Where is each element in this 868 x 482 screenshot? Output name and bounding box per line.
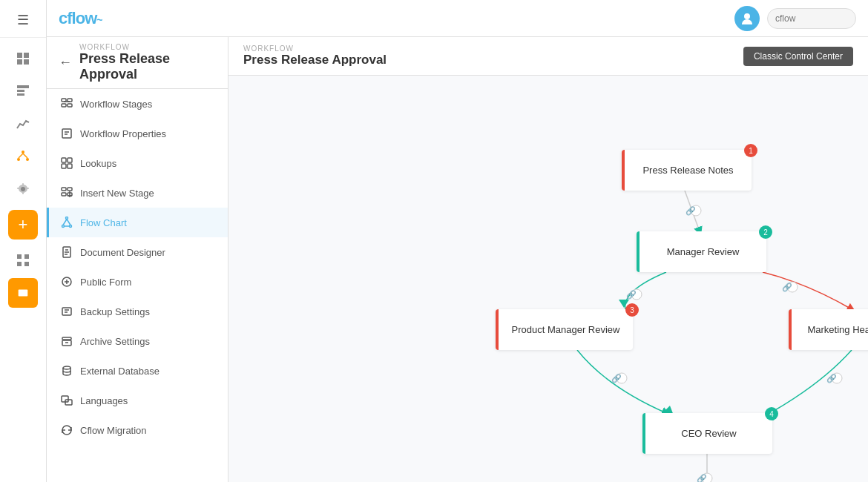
svg-rect-22 (62, 104, 66, 107)
settings-icon[interactable] (8, 174, 38, 204)
sidebar-item-label-public-form: Public Form (80, 277, 131, 288)
search-input[interactable] (767, 8, 856, 29)
svg-text:🔗: 🔗 (782, 282, 792, 292)
node-product-manager-review[interactable]: Product Manager Review 3 (496, 309, 633, 350)
cflow-logo: cflow~ (59, 9, 102, 28)
sidebar-item-public-form[interactable]: Public Form (47, 267, 228, 297)
insert-icon (61, 187, 73, 199)
header-left: cflow~ (59, 9, 102, 28)
sidebar-item-external-database[interactable]: External Database (47, 356, 228, 386)
flowchart-area[interactable]: 🔗 🔗 🔗 🔗 🔗 🔗 Press Release Notes 1 (228, 76, 868, 482)
svg-text:🔗: 🔗 (697, 473, 707, 482)
svg-rect-31 (68, 164, 72, 168)
svg-rect-25 (62, 129, 71, 138)
svg-line-41 (63, 219, 67, 225)
node-label-manager-review: Manager Review (667, 246, 740, 257)
workflow-title-wrap: WORKFLOW Press Release Approval (79, 43, 216, 82)
svg-rect-23 (68, 104, 72, 107)
sidebar-item-label-insert-new-stage: Insert New Stage (80, 188, 154, 199)
svg-line-42 (67, 219, 70, 225)
svg-point-40 (70, 225, 72, 228)
add-button[interactable]: + (8, 210, 38, 240)
node-badge-1: 1 (744, 144, 757, 157)
logo-area: ☰ (0, 6, 46, 38)
svg-point-63 (787, 282, 798, 292)
svg-rect-32 (62, 188, 66, 191)
svg-rect-3 (24, 59, 29, 65)
svg-text:🔗: 🔗 (626, 289, 637, 300)
form-icon (61, 276, 73, 288)
svg-point-67 (702, 473, 712, 482)
svg-rect-4 (17, 85, 29, 88)
svg-point-38 (66, 217, 68, 219)
sidebar-item-workflow-properties[interactable]: Workflow Properties (47, 119, 228, 148)
node-label-press-release-notes: Press Release Notes (642, 165, 733, 176)
back-button[interactable]: ← (59, 55, 72, 70)
sidebar-item-workflow-stages[interactable]: Workflow Stages (47, 89, 228, 119)
svg-point-9 (26, 158, 29, 161)
sidebar-item-insert-new-stage[interactable]: Insert New Stage (47, 178, 228, 208)
dashboard-icon[interactable] (8, 44, 38, 73)
svg-rect-54 (62, 337, 71, 340)
node-ceo-review[interactable]: CEO Review 4 (642, 413, 772, 454)
svg-point-64 (617, 373, 627, 383)
svg-point-62 (631, 289, 642, 300)
workflow-header-left: ← WORKFLOW Press Release Approval (59, 43, 216, 82)
analytics-icon[interactable] (8, 109, 38, 139)
svg-rect-28 (62, 158, 66, 162)
properties-icon (61, 128, 73, 139)
svg-rect-34 (62, 193, 66, 196)
svg-rect-2 (17, 59, 22, 65)
sidebar-item-lookups[interactable]: Lookups (47, 148, 228, 178)
badge-icon[interactable] (8, 278, 38, 308)
sidebar-item-archive-settings[interactable]: Archive Settings (47, 326, 228, 356)
workflow-header: ← WORKFLOW Press Release Approval (47, 37, 228, 89)
grid-view-icon[interactable] (8, 245, 38, 275)
svg-rect-17 (19, 290, 28, 297)
sidebar-item-flow-chart[interactable]: Flow Chart (47, 208, 228, 237)
sidebar-item-label-backup-settings: Backup Settings (80, 306, 150, 317)
svg-point-39 (62, 225, 65, 228)
sidebar-item-cflow-migration[interactable]: Cflow Migration (47, 415, 228, 445)
sidebar-item-backup-settings[interactable]: Backup Settings (47, 297, 228, 326)
svg-point-57 (63, 366, 70, 369)
svg-line-10 (19, 153, 23, 158)
node-marketing-head-review[interactable]: Marketing Head Review 3 (789, 309, 868, 350)
sidebar-item-languages[interactable]: Languages (47, 386, 228, 415)
node-manager-review[interactable]: Manager Review 2 (637, 231, 766, 272)
content-area: ← WORKFLOW Press Release Approval Workfl… (47, 37, 868, 482)
svg-line-60 (685, 191, 700, 231)
icon-bar-items: + (8, 38, 38, 482)
sidebar-item-document-designer[interactable]: Document Designer (47, 237, 228, 267)
backup-icon (61, 306, 73, 317)
svg-rect-15 (17, 262, 22, 266)
sidebar-item-label-lookups: Lookups (80, 158, 116, 169)
node-badge-2: 2 (759, 225, 772, 239)
svg-point-7 (22, 151, 24, 153)
sidebar-panel: ← WORKFLOW Press Release Approval Workfl… (47, 37, 228, 482)
node-press-release-notes[interactable]: Press Release Notes 1 (622, 150, 752, 191)
svg-text:🔗: 🔗 (826, 373, 837, 383)
workflow-icon[interactable] (8, 142, 38, 171)
document-icon (61, 246, 73, 258)
node-label-product-manager-review: Product Manager Review (512, 324, 620, 335)
languages-icon (61, 394, 73, 406)
workflow-sublabel: WORKFLOW (243, 44, 387, 53)
avatar[interactable] (734, 6, 760, 31)
classic-control-center-button[interactable]: Classic Control Center (743, 47, 853, 66)
sidebar-item-label-archive-settings: Archive Settings (80, 336, 150, 347)
svg-rect-30 (62, 164, 66, 168)
migration-icon (61, 424, 73, 436)
sidebar-item-label-external-database: External Database (80, 366, 160, 377)
node-label-ceo-review: CEO Review (681, 428, 736, 439)
header-right (734, 6, 856, 31)
svg-text:🔗: 🔗 (685, 205, 696, 216)
svg-point-65 (832, 373, 842, 383)
sidebar-item-label-workflow-properties: Workflow Properties (80, 128, 166, 139)
svg-rect-16 (24, 262, 29, 266)
forms-icon[interactable] (8, 76, 38, 106)
hamburger-icon[interactable]: ☰ (17, 12, 29, 28)
svg-line-11 (23, 153, 27, 158)
workflow-title: Press Release Approval (79, 51, 216, 82)
sidebar-item-label-document-designer: Document Designer (80, 247, 165, 258)
